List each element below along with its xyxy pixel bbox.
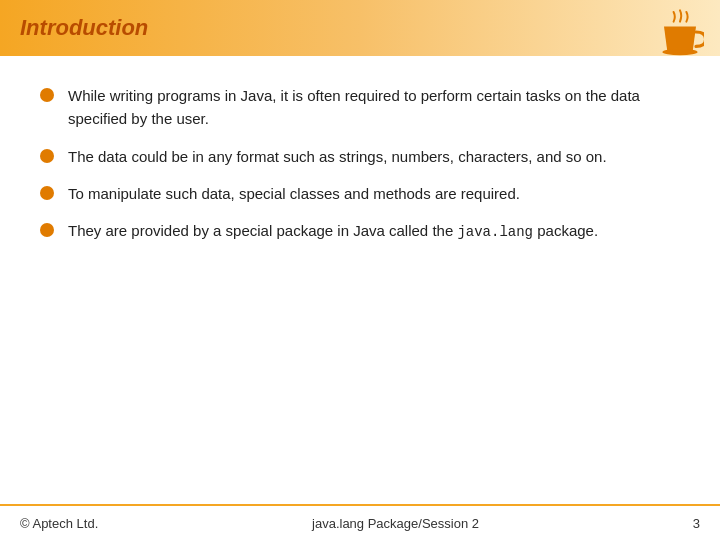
slide-title: Introduction xyxy=(20,15,148,41)
bullet-item-2: The data could be in any format such as … xyxy=(40,145,680,168)
svg-point-0 xyxy=(662,49,697,55)
slide-header: Introduction xyxy=(0,0,720,56)
bullet-icon-1 xyxy=(40,88,54,102)
bullet-text-1: While writing programs in Java, it is of… xyxy=(68,84,680,131)
footer-copyright: © Aptech Ltd. xyxy=(20,516,98,531)
java-logo-icon xyxy=(656,4,704,52)
bullet-text-3: To manipulate such data, special classes… xyxy=(68,182,680,205)
bullet-item-1: While writing programs in Java, it is of… xyxy=(40,84,680,131)
footer-session: java.lang Package/Session 2 xyxy=(312,516,479,531)
slide-footer: © Aptech Ltd. java.lang Package/Session … xyxy=(0,504,720,540)
bullet-text-2: The data could be in any format such as … xyxy=(68,145,680,168)
bullet-text-4: They are provided by a special package i… xyxy=(68,219,680,244)
bullet-icon-2 xyxy=(40,149,54,163)
bullet-icon-3 xyxy=(40,186,54,200)
bullet-item-3: To manipulate such data, special classes… xyxy=(40,182,680,205)
bullet-text-4-before: They are provided by a special package i… xyxy=(68,222,457,239)
footer-page-number: 3 xyxy=(693,516,700,531)
bullet-list: While writing programs in Java, it is of… xyxy=(40,84,680,244)
bullet-text-4-after: package. xyxy=(533,222,598,239)
bullet-icon-4 xyxy=(40,223,54,237)
slide-content: While writing programs in Java, it is of… xyxy=(0,56,720,278)
code-java-lang: java.lang xyxy=(457,224,533,240)
bullet-item-4: They are provided by a special package i… xyxy=(40,219,680,244)
